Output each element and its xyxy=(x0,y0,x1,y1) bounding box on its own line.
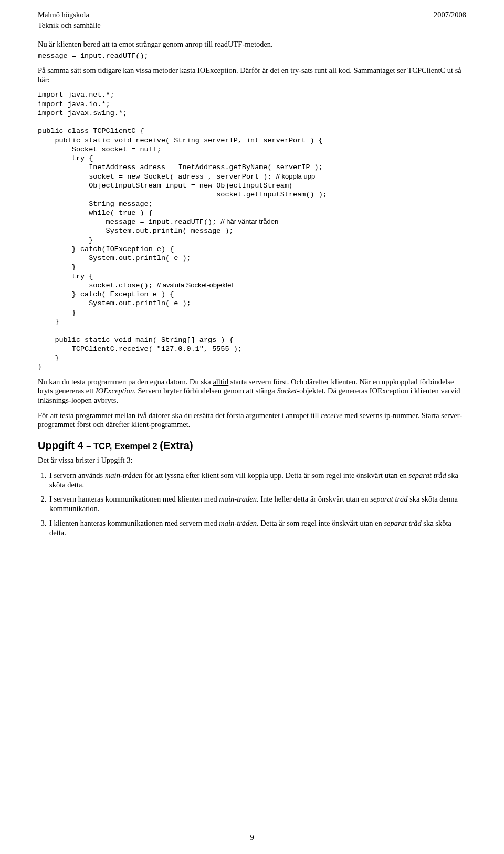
code-line: System.out.println( e ); xyxy=(38,299,191,307)
code-line: ObjectInputStream input = new ObjectInpu… xyxy=(38,182,293,190)
code-line: socket.getInputStream() ); xyxy=(38,191,327,199)
code-line: while( true ) { xyxy=(38,209,153,217)
heading-extra: (Extra) xyxy=(160,440,193,451)
paragraph-intro: Nu är klienten bered att ta emot stränga… xyxy=(38,40,466,49)
code-inline-readutf: message = input.readUTF(); xyxy=(38,51,466,60)
numbered-list: I servern används main-tråden för att ly… xyxy=(38,471,466,537)
text: För att testa programmet mellan två dato… xyxy=(38,411,321,420)
page: Malmö högskola Teknik och samhälle 2007/… xyxy=(0,0,504,854)
paragraph-test-local: Nu kan du testa programmen på den egna d… xyxy=(38,378,466,405)
text-italic: separat tråd xyxy=(409,471,446,480)
code-line: } xyxy=(38,236,93,244)
code-line: } xyxy=(38,309,76,317)
header-year: 2007/2008 xyxy=(434,11,466,20)
text: I servern hanteras kommunikationen med k… xyxy=(49,495,219,503)
code-line: public class TCPClientC { xyxy=(38,127,144,135)
header-left: Malmö högskola Teknik och samhälle xyxy=(38,11,101,30)
text-italic: main-tråden xyxy=(105,471,143,480)
text: . Detta är som regel inte önskvärt utan … xyxy=(257,519,384,527)
text: I klienten hanteras kommunikationen med … xyxy=(49,519,219,527)
text-italic: main-tråden xyxy=(219,519,257,527)
text-underline: alltid xyxy=(213,378,228,386)
content: Nu är klienten bered att ta emot stränga… xyxy=(38,11,466,537)
code-line: try { xyxy=(38,154,93,162)
code-line: } xyxy=(38,263,76,271)
text: I servern används xyxy=(49,471,105,480)
text: Nu kan du testa programmen på den egna d… xyxy=(38,378,213,386)
code-line: InetAddress adress = InetAddress.getByNa… xyxy=(38,163,323,171)
text-italic: separat tråd xyxy=(384,519,421,527)
header-institution: Malmö högskola xyxy=(38,11,101,20)
code-line: public static void main( String[] args )… xyxy=(38,336,234,344)
code-line: socket.close(); xyxy=(38,282,157,289)
code-line: } catch( Exception e ) { xyxy=(38,290,174,298)
text-italic: receive xyxy=(321,411,342,420)
page-number: 9 xyxy=(0,833,504,842)
list-item: I klienten hanteras kommunikationen med … xyxy=(48,519,466,537)
code-line: Socket socket = null; xyxy=(38,145,161,153)
code-line: } xyxy=(38,354,59,362)
text: för att lyssna efter klient som vill kop… xyxy=(143,471,409,480)
code-line: import javax.swing.*; xyxy=(38,109,127,117)
code-line: try { xyxy=(38,273,93,280)
list-item: I servern används main-tråden för att ly… xyxy=(48,471,466,490)
text: . Inte heller detta är önskvärt utan en xyxy=(257,495,370,503)
header-department: Teknik och samhälle xyxy=(38,21,101,30)
text-italic: separat tråd xyxy=(370,495,407,503)
code-line: } catch(IOException e) { xyxy=(38,245,174,253)
text-italic: main-tråden xyxy=(219,495,257,503)
text-italic: IOException xyxy=(96,387,134,395)
list-item: I servern hanteras kommunikationen med k… xyxy=(48,495,466,513)
code-comment: // koppla upp xyxy=(276,172,315,180)
code-comment: // här väntar tråden xyxy=(220,217,278,225)
code-line: message = input.readUTF(); xyxy=(38,218,220,226)
code-line: System.out.println( message ); xyxy=(38,227,234,235)
code-line: TCPClientC.receive( "127.0.0.1", 5555 ); xyxy=(38,345,242,353)
code-comment: // avsluta Socket-objektet xyxy=(157,281,233,289)
heading-main: Uppgift 4 xyxy=(38,440,86,451)
code-line: import java.net.*; xyxy=(38,91,114,99)
code-line: } xyxy=(38,363,42,371)
text: . Servern bryter förbindelsen genom att … xyxy=(134,387,277,395)
code-line: socket = new Socket( adress , serverPort… xyxy=(38,173,276,181)
code-line: public static void receive( String serve… xyxy=(38,137,323,144)
heading-uppgift-4: Uppgift 4 – TCP, Exempel 2 (Extra) xyxy=(38,439,466,452)
heading-sub: – TCP, Exempel 2 xyxy=(86,441,160,451)
code-line: String message; xyxy=(38,200,153,208)
code-block-tcpclientc: import java.net.*; import java.io.*; imp… xyxy=(38,90,466,371)
paragraph-2: På samma sätt som tidigare kan vissa met… xyxy=(38,66,466,85)
paragraph-brister: Det är vissa brister i Uppgift 3: xyxy=(38,456,466,465)
text-italic: Socket xyxy=(277,387,297,395)
code-line: } xyxy=(38,318,59,326)
code-line: import java.io.*; xyxy=(38,100,110,108)
paragraph-test-two-computers: För att testa programmet mellan två dato… xyxy=(38,411,466,430)
code-line: System.out.println( e ); xyxy=(38,254,191,262)
